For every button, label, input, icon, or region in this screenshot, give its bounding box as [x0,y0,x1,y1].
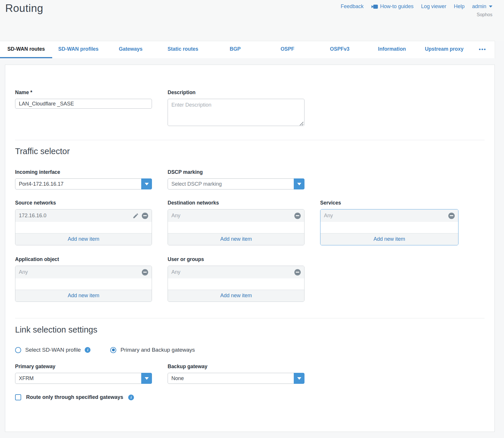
log-viewer-link[interactable]: Log viewer [421,3,446,10]
help-link[interactable]: Help [454,3,465,10]
description-label: Description [168,90,304,96]
video-camera-icon [371,4,378,9]
list-item: Any [168,209,304,222]
application-object-value: Any [19,269,28,275]
incoming-interface-label: Incoming interface [15,169,152,175]
tab-static-routes[interactable]: Static routes [157,41,209,58]
info-icon[interactable]: i [128,395,134,400]
list-item: Any [168,266,304,278]
page-title: Routing [5,2,43,14]
link-selection-title: Link selection settings [15,325,485,335]
remove-icon[interactable] [294,269,301,275]
page-header: Routing Feedback How-to guides Log viewe… [0,0,504,41]
admin-menu[interactable]: admin [472,3,492,10]
howto-guides-link[interactable]: How-to guides [371,3,414,10]
remove-icon[interactable] [448,213,455,219]
listbox-empty-area [15,278,152,290]
name-label: Name * [15,90,152,96]
radio-primary-backup-gateways[interactable] [110,347,116,353]
header-links: Feedback How-to guides Log viewer Help a… [341,3,492,10]
incoming-interface-value: Port4-172.16.16.17 [19,181,64,187]
list-item: Any [15,266,152,278]
tab-ospf[interactable]: OSPF [261,41,313,58]
tab-sdwan-profiles[interactable]: SD-WAN profiles [52,41,104,58]
user-or-groups-label: User or groups [168,256,304,262]
dropdown-button-icon[interactable] [294,373,304,384]
listbox-empty-area [168,222,304,233]
sdwan-route-form: Name * Description Traffic selector Inco… [5,65,495,432]
primary-gateway-value: XFRM [19,375,34,382]
dscp-marking-value: Select DSCP marking [171,181,222,187]
services-label: Services [320,200,458,206]
services-add-button[interactable]: Add new item [320,233,458,245]
tab-ospfv3[interactable]: OSPFv3 [313,41,366,58]
feedback-link[interactable]: Feedback [341,3,364,10]
destination-networks-add-button[interactable]: Add new item [168,233,304,245]
listbox-empty-area [168,278,304,290]
user-or-groups-box: Any Add new item [168,266,304,302]
source-networks-add-button[interactable]: Add new item [15,233,152,245]
destination-network-value: Any [171,213,180,219]
source-network-value: 172.16.16.0 [19,213,46,219]
service-value: Any [324,213,333,219]
services-box: Any Add new item [320,209,458,245]
remove-icon[interactable] [294,213,301,219]
dropdown-button-icon[interactable] [294,178,304,189]
user-or-groups-value: Any [171,269,180,275]
list-item: 172.16.16.0 [15,209,152,222]
tab-overflow-menu[interactable]: ••• [470,41,495,58]
remove-icon[interactable] [142,269,148,275]
section-divider [15,318,485,318]
application-object-add-button[interactable]: Add new item [15,290,152,302]
route-only-checkbox[interactable] [15,394,21,400]
primary-gateway-select[interactable]: XFRM [15,373,152,384]
tab-gateways[interactable]: Gateways [104,41,157,58]
destination-networks-box: Any Add new item [168,209,304,245]
tab-bar: SD-WAN routes SD-WAN profiles Gateways S… [0,41,495,58]
backup-gateway-label: Backup gateway [168,364,304,370]
description-input[interactable] [168,99,304,126]
remove-icon[interactable] [142,213,148,219]
tab-bgp[interactable]: BGP [209,41,261,58]
listbox-empty-area [15,222,152,233]
source-networks-label: Source networks [15,200,152,206]
brand-label: Sophos [477,12,492,17]
section-divider [15,140,485,140]
destination-networks-label: Destination networks [168,200,304,206]
dropdown-button-icon[interactable] [141,178,152,189]
chevron-down-icon [489,6,492,8]
application-object-box: Any Add new item [15,266,152,302]
primary-gateway-label: Primary gateway [15,364,152,370]
backup-gateway-value: None [171,375,184,382]
radio-primary-backup-gateways-label: Primary and Backup gateways [120,347,195,353]
tab-sdwan-routes[interactable]: SD-WAN routes [0,41,52,58]
name-input[interactable] [15,99,152,109]
user-or-groups-add-button[interactable]: Add new item [168,290,304,302]
radio-select-sdwan-profile-label: Select SD-WAN profile [25,347,81,353]
radio-select-sdwan-profile[interactable] [15,347,21,353]
list-item: Any [320,209,458,222]
tab-upstream-proxy[interactable]: Upstream proxy [418,41,470,58]
tab-information[interactable]: Information [366,41,418,58]
dropdown-button-icon[interactable] [141,373,152,384]
dscp-marking-label: DSCP marking [168,169,304,175]
edit-icon[interactable] [133,213,139,219]
listbox-empty-area [320,222,458,233]
backup-gateway-select[interactable]: None [168,373,304,384]
dscp-marking-select[interactable]: Select DSCP marking [168,178,304,189]
source-networks-box: 172.16.16.0 Add new item [15,209,152,245]
info-icon[interactable]: i [85,347,90,353]
route-only-checkbox-label: Route only through specified gateways [26,394,123,400]
traffic-selector-title: Traffic selector [15,147,485,156]
application-object-label: Application object [15,256,152,262]
incoming-interface-select[interactable]: Port4-172.16.16.17 [15,178,152,189]
